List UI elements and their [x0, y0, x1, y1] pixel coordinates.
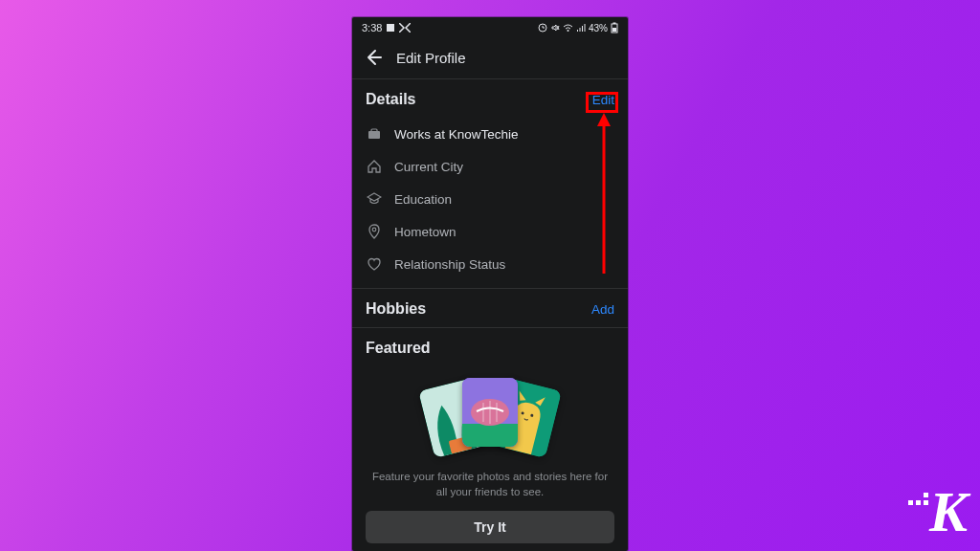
svg-rect-0: [387, 24, 394, 32]
hobbies-add-link[interactable]: Add: [591, 302, 614, 317]
signal-icon: [576, 23, 586, 33]
featured-cards-illustration: [418, 378, 562, 459]
battery-icon: [611, 22, 618, 33]
details-edit-link[interactable]: Edit: [592, 93, 614, 107]
status-battery: 43%: [589, 23, 608, 33]
detail-label: Relationship Status: [394, 257, 505, 272]
watermark-logo: K: [929, 479, 967, 545]
home-icon: [366, 158, 383, 175]
svg-rect-4: [613, 23, 616, 25]
pin-icon: [366, 223, 383, 240]
featured-title: Featured: [366, 340, 431, 357]
try-it-button[interactable]: Try It: [366, 511, 614, 543]
status-time: 3:38: [362, 22, 382, 33]
hobbies-section: Hobbies Add: [352, 289, 628, 328]
alarm-icon: [538, 23, 547, 33]
notification-icon: [386, 23, 395, 33]
detail-city-row[interactable]: Current City: [366, 150, 614, 183]
app-icon: [399, 23, 411, 33]
wifi-icon: [563, 23, 573, 33]
details-title: Details: [366, 91, 415, 108]
back-arrow-icon[interactable]: [364, 48, 383, 67]
hobbies-title: Hobbies: [366, 300, 426, 318]
svg-rect-5: [612, 28, 616, 32]
detail-label: Works at KnowTechie: [394, 127, 519, 142]
detail-label: Hometown: [394, 225, 457, 239]
featured-section: Featured: [352, 328, 628, 551]
phone-frame: 3:38 43% Edit Profile Details Edit: [352, 17, 628, 551]
status-bar: 3:38 43%: [352, 17, 628, 38]
detail-hometown-row[interactable]: Hometown: [366, 215, 614, 248]
mute-icon: [550, 23, 560, 33]
detail-relationship-row[interactable]: Relationship Status: [366, 248, 614, 280]
detail-education-row[interactable]: Education: [366, 183, 614, 215]
briefcase-icon: [366, 125, 383, 143]
svg-rect-12: [462, 424, 518, 447]
detail-label: Current City: [394, 160, 463, 174]
svg-point-8: [372, 228, 376, 231]
svg-rect-7: [371, 129, 377, 132]
svg-point-2: [567, 30, 568, 32]
graduation-icon: [366, 190, 383, 208]
heart-icon: [366, 255, 383, 273]
detail-work-row[interactable]: Works at KnowTechie: [366, 118, 614, 150]
details-section: Details Edit Works at KnowTechie Current…: [352, 79, 628, 289]
page-title: Edit Profile: [396, 50, 466, 66]
featured-description: Feature your favorite photos and stories…: [366, 469, 614, 499]
page-header: Edit Profile: [352, 38, 628, 79]
detail-label: Education: [394, 192, 452, 207]
